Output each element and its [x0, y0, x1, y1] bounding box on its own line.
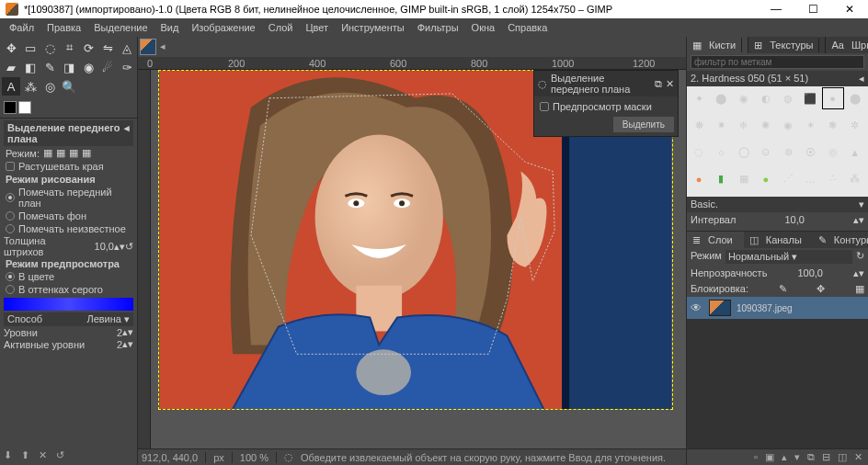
tab-paths[interactable]: ✎ Контуры	[813, 232, 868, 248]
layer-mode-dropdown[interactable]: Нормальный ▾	[725, 250, 852, 264]
reset-preset-icon[interactable]: ↺	[56, 449, 64, 461]
bucket-tool-icon[interactable]: ▰	[2, 58, 20, 76]
brush-item[interactable]: ●	[823, 88, 843, 108]
brush-item[interactable]: ✷	[711, 115, 731, 135]
menu-layer[interactable]: Слой	[263, 20, 299, 35]
text-tool-icon[interactable]: A	[2, 77, 20, 96]
foreground-select-dialog[interactable]: ◌Выделение переднего плана⧉✕ Предпросмот…	[533, 70, 679, 137]
lock-pixels-icon[interactable]: ✎	[779, 283, 787, 295]
dialog-close-icon[interactable]: ✕	[666, 78, 674, 90]
delete-preset-icon[interactable]: ✕	[39, 449, 47, 461]
menu-help[interactable]: Справка	[502, 20, 553, 35]
rotate-tool-icon[interactable]: ⟳	[79, 39, 97, 57]
brush-item[interactable]: ⬤	[845, 88, 865, 108]
menu-filters[interactable]: Фильтры	[412, 20, 464, 35]
brush-item[interactable]: ❃	[823, 115, 843, 135]
drawmode-unknown-radio[interactable]	[6, 224, 15, 233]
rect-select-tool-icon[interactable]: ▭	[21, 39, 40, 57]
warp-tool-icon[interactable]: ◬	[118, 39, 136, 57]
panel-menu-icon[interactable]: ◂	[124, 122, 130, 144]
load-preset-icon[interactable]: ⬆	[21, 449, 29, 461]
vertical-ruler[interactable]	[138, 70, 151, 448]
layer-name[interactable]: 1090387.jpeg	[737, 303, 793, 313]
brush-preset-label[interactable]: Basic.	[691, 198, 718, 210]
menu-color[interactable]: Цвет	[300, 20, 334, 35]
close-button[interactable]: ✕	[831, 0, 868, 18]
brush-item[interactable]: ⊙	[756, 142, 776, 163]
stepper-icon[interactable]: ▴▾	[114, 241, 125, 253]
brush-item[interactable]: ◉	[778, 115, 798, 135]
clone-tool-icon[interactable]: ◉	[79, 58, 97, 76]
mode-add-icon[interactable]: ▦	[56, 147, 65, 159]
select-button[interactable]: Выделить	[613, 117, 674, 132]
brush-filter-input[interactable]	[691, 55, 864, 69]
layer-thumbnail[interactable]	[709, 300, 731, 316]
zoom-level[interactable]: 100 %	[240, 452, 268, 463]
brush-item[interactable]: ◯	[734, 142, 754, 163]
active-levels-value[interactable]: 2	[95, 339, 122, 350]
mode-next-icon[interactable]: ↻	[856, 250, 864, 264]
lock-alpha-icon[interactable]: ▦	[855, 283, 864, 295]
dock-menu-icon[interactable]: ◂	[859, 73, 864, 85]
brush-item[interactable]: ◌	[689, 142, 709, 163]
background-color[interactable]	[18, 101, 31, 114]
tab-channels[interactable]: ◫ Каналы	[744, 232, 813, 248]
stepper-icon[interactable]: ▴▾	[853, 267, 864, 279]
brush-item[interactable]: ▮	[711, 169, 731, 189]
drawmode-fg-radio[interactable]	[6, 193, 15, 202]
maximize-button[interactable]: ☐	[794, 0, 831, 18]
menu-edit[interactable]: Правка	[41, 20, 86, 35]
menu-image[interactable]: Изображение	[186, 20, 260, 35]
brush-item[interactable]: …	[800, 169, 820, 189]
mode-replace-icon[interactable]: ▦	[43, 147, 52, 159]
preview-mask-checkbox[interactable]	[540, 102, 549, 111]
tab-brushes[interactable]: ▦ Кисти	[687, 37, 748, 53]
brush-item[interactable]: ⁂	[845, 169, 865, 189]
chevron-down-icon[interactable]: ▾	[859, 198, 864, 210]
mode-int-icon[interactable]: ▦	[82, 147, 91, 159]
levels-value[interactable]: 2	[95, 327, 122, 338]
lock-position-icon[interactable]: ✥	[817, 283, 825, 295]
menu-file[interactable]: Файл	[4, 20, 40, 35]
brush-item[interactable]: ▲	[845, 142, 865, 163]
brush-item[interactable]: ●	[756, 169, 776, 189]
free-select-tool-icon[interactable]: ◌	[40, 39, 59, 57]
duplicate-layer-icon[interactable]: ⧉	[807, 451, 815, 463]
layer-down-icon[interactable]: ▾	[794, 451, 800, 463]
brush-item[interactable]: ⬤	[711, 88, 731, 108]
layer-up-icon[interactable]: ▴	[782, 451, 787, 463]
horizontal-ruler[interactable]: 0 200 400 600 800 1000 1200	[138, 57, 686, 70]
menu-select[interactable]: Выделение	[88, 20, 153, 35]
menu-tools[interactable]: Инструменты	[336, 20, 410, 35]
interval-value[interactable]: 10,0	[784, 214, 804, 226]
preview-color-bar[interactable]	[4, 298, 133, 311]
tab-layers[interactable]: ≣ Слои	[687, 232, 744, 248]
delete-layer-icon[interactable]: ✕	[854, 451, 862, 463]
canvas[interactable]: ◌Выделение переднего плана⧉✕ Предпросмот…	[151, 70, 686, 448]
menu-view[interactable]: Вид	[155, 20, 185, 35]
brush-item[interactable]: ⬛	[800, 88, 820, 108]
tab-patterns[interactable]: ⊞ Текстуры	[748, 37, 826, 53]
drawmode-bg-radio[interactable]	[6, 211, 15, 221]
stepper-icon[interactable]: ▴▾	[853, 214, 864, 226]
image-thumbnail[interactable]	[140, 39, 156, 55]
brush-item[interactable]: ✺	[756, 115, 776, 135]
brush-item[interactable]: ✦	[689, 88, 709, 108]
brush-item[interactable]: ⊚	[778, 142, 798, 163]
layer-visibility-icon[interactable]: 👁	[691, 301, 703, 314]
brush-item[interactable]: ◉	[734, 88, 754, 108]
feather-checkbox[interactable]	[6, 162, 15, 171]
brush-item[interactable]: ❈	[734, 115, 754, 135]
brush-item[interactable]: ∴	[823, 169, 843, 189]
brush-item[interactable]: ▦	[734, 169, 754, 189]
layer-group-icon[interactable]: ▣	[765, 451, 774, 463]
merge-layer-icon[interactable]: ⊟	[822, 451, 830, 463]
brush-item[interactable]: ◐	[756, 88, 776, 108]
mask-icon[interactable]: ◫	[838, 451, 847, 463]
brush-item[interactable]: ❋	[689, 115, 709, 135]
path-tool-icon[interactable]: ✑	[118, 58, 136, 76]
brush-item[interactable]: ●	[689, 169, 709, 189]
engine-dropdown[interactable]: СпособЛевина ▾	[4, 312, 133, 326]
save-preset-icon[interactable]: ⬇	[4, 449, 12, 461]
brush-item[interactable]: ✲	[845, 115, 865, 135]
